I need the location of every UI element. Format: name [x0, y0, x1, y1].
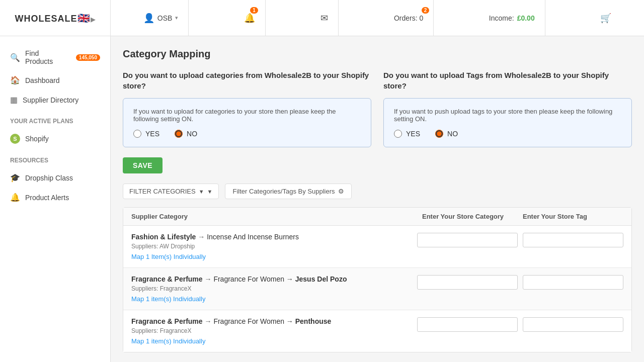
find-products-badge: 145,050 [76, 54, 100, 61]
nav-user[interactable]: 👤 OSB ▾ [133, 0, 189, 36]
top-section: Do you want to upload categories from Wh… [123, 70, 632, 147]
tags-card: Do you want to upload Tags from Wholesal… [383, 70, 632, 147]
store-category-input[interactable] [417, 317, 518, 332]
header-supplier-category: Supplier Category [131, 213, 422, 220]
sub-category: Fragrance For Women [213, 275, 284, 283]
search-icon: 🔍 [10, 53, 20, 62]
map-link[interactable]: Map 1 item(s) Individually [131, 295, 205, 303]
orders-label: Orders: 0 [394, 14, 423, 22]
user-icon: 👤 [143, 13, 154, 24]
leaf-category: Jesus Del Pozo [295, 275, 347, 283]
categories-yes-label[interactable]: YES [133, 130, 159, 138]
shopify-label: Shopify [25, 135, 49, 143]
leaf-category: Penthouse [295, 317, 332, 325]
suppliers-line: Suppliers: AW Dropship [131, 243, 412, 250]
sidebar-item-shopify[interactable]: S Shopify [0, 129, 110, 149]
categories-card: Do you want to upload categories from Wh… [123, 70, 371, 147]
categories-yes-radio[interactable] [133, 130, 141, 138]
categories-no-label[interactable]: NO [175, 130, 197, 138]
categories-yes-text: YES [145, 130, 159, 138]
store-tag-input[interactable] [523, 233, 623, 247]
find-products-label: Find Products [25, 49, 68, 65]
store-tag-input[interactable] [523, 275, 623, 290]
tags-option-box: If you want to push upload tags to your … [383, 98, 632, 147]
category-path: Fragrance & Perfume → Fragrance For Wome… [131, 275, 412, 283]
filter-suppliers-icon: ⚙ [338, 188, 344, 195]
categories-question: Do you want to upload categories from Wh… [123, 70, 371, 91]
product-alerts-label: Product Alerts [25, 194, 69, 202]
filter-row: FILTER CATEGORIES ▼ ▼ Filter Categories/… [123, 184, 632, 199]
page-title: Category Mapping [123, 48, 632, 60]
filter-categories-select[interactable]: FILTER CATEGORIES ▼ ▼ [123, 184, 219, 199]
supplier-category: Fashion & Lifestyle → [131, 233, 205, 241]
supplier-category-cell: Fragrance & Perfume → Fragrance For Wome… [131, 317, 412, 345]
nav-cart[interactable]: 🛒 [590, 0, 621, 36]
sidebar-item-supplier-directory[interactable]: ▦ Supplier Directory [0, 90, 110, 110]
nav-orders[interactable]: Orders: 0 2 [384, 0, 434, 36]
tags-radio-group: YES NO [394, 130, 621, 138]
nav-bell[interactable]: 🔔 1 [234, 0, 266, 36]
table-row: Fragrance & Perfume → Fragrance For Wome… [123, 268, 631, 310]
tags-yes-label[interactable]: YES [394, 130, 420, 138]
shopify-icon: S [10, 134, 20, 144]
supplier-category: Fragrance & Perfume → [131, 317, 212, 325]
tags-no-radio[interactable] [435, 130, 443, 138]
sub-category: Fragrance For Women [213, 317, 284, 325]
supplier-category-cell: Fashion & Lifestyle → Incense And Incens… [131, 233, 412, 260]
supplier-directory-label: Supplier Directory [23, 96, 78, 104]
supplier-category-cell: Fragrance & Perfume → Fragrance For Wome… [131, 275, 412, 303]
cart-icon: 🛒 [600, 13, 611, 24]
nav-user-label: OSB [157, 14, 173, 22]
sidebar-item-product-alerts[interactable]: 🔔 Product Alerts [0, 188, 110, 207]
user-dropdown-arrow: ▾ [175, 15, 178, 21]
mail-icon: ✉ [320, 13, 328, 24]
logo-area: WHOLESALE🇬🇧▶ [0, 0, 111, 36]
store-tag-input[interactable] [523, 317, 623, 332]
store-category-cell [417, 317, 518, 332]
store-category-input[interactable] [417, 275, 518, 290]
sidebar-item-find-products[interactable]: 🔍 Find Products 145,050 [0, 44, 110, 70]
store-tag-cell [523, 233, 623, 247]
tags-question: Do you want to upload Tags from Wholesal… [383, 70, 632, 91]
tags-hint: If you want to push upload tags to your … [394, 108, 621, 123]
store-category-cell [417, 275, 518, 290]
map-link[interactable]: Map 1 item(s) Individually [131, 337, 205, 345]
dashboard-label: Dashboard [25, 76, 60, 84]
sidebar-item-dropship-class[interactable]: 🎓 Dropship Class [0, 168, 110, 188]
filter-down-arrow: ▼ [199, 189, 204, 195]
nav-mail[interactable]: ✉ [310, 0, 339, 36]
categories-no-radio[interactable] [175, 130, 183, 138]
top-nav: WHOLESALE🇬🇧▶ 👤 OSB ▾ 🔔 1 ✉ Orders: 0 2 I… [0, 0, 644, 36]
categories-option-box: If you want to upload for categories to … [123, 98, 371, 147]
tags-no-label[interactable]: NO [435, 130, 458, 138]
income-label: Income: [489, 14, 514, 22]
filter-suppliers-dropdown[interactable]: Filter Categories/Tags By Suppliers ⚙ [225, 184, 351, 199]
supplier-category: Fragrance & Perfume → [131, 275, 212, 283]
dropship-icon: 🎓 [10, 173, 20, 183]
app-body: 🔍 Find Products 145,050 🏠 Dashboard ▦ Su… [0, 36, 644, 362]
suppliers-line: Suppliers: FragranceX [131, 285, 412, 292]
store-tag-cell [523, 317, 623, 332]
tags-yes-radio[interactable] [394, 130, 402, 138]
sub-category: Incense And Incense Burners [207, 233, 299, 241]
grid-icon: ▦ [10, 95, 18, 105]
category-table: Supplier Category Enter Your Store Categ… [123, 207, 632, 352]
tags-no-text: NO [447, 130, 458, 138]
orders-badge: 2 [422, 7, 430, 14]
alert-icon: 🔔 [10, 193, 20, 202]
store-tag-cell [523, 275, 623, 290]
categories-radio-group: YES NO [133, 130, 361, 138]
store-category-input[interactable] [417, 233, 518, 247]
table-row: Fashion & Lifestyle → Incense And Incens… [123, 226, 631, 268]
row-top: Fashion & Lifestyle → Incense And Incens… [131, 233, 623, 260]
save-button[interactable]: SAVE [123, 157, 163, 173]
row-top: Fragrance & Perfume → Fragrance For Wome… [131, 317, 623, 345]
home-icon: 🏠 [10, 75, 20, 85]
map-link[interactable]: Map 1 Item(s) Individually [131, 253, 206, 260]
suppliers-line: Suppliers: FragranceX [131, 327, 412, 334]
nav-income: Income: £0.00 [479, 0, 545, 36]
bell-badge: 1 [250, 7, 258, 14]
sidebar-item-dashboard[interactable]: 🏠 Dashboard [0, 70, 110, 90]
main-content: Category Mapping Do you want to upload c… [111, 36, 644, 362]
filter-down-arrow2: ▼ [207, 189, 213, 195]
